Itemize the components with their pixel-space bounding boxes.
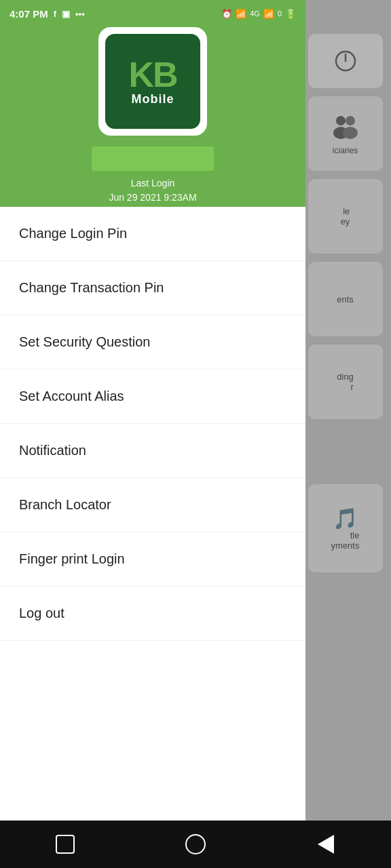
status-time: 4:07 PM f ▣ ••• [10, 8, 85, 20]
menu-item-set-security-question[interactable]: Set Security Question [0, 315, 305, 370]
logo-kb-text: KB [128, 57, 176, 92]
nav-home-button[interactable] [179, 828, 212, 861]
logo-inner: KB Mobile [105, 34, 200, 129]
beneficiaries-label: iciaries [333, 146, 358, 155]
status-bar: 4:07 PM f ▣ ••• ⏰ 📶 4G 📶 0 🔋 [0, 0, 305, 27]
menu-list: Change Login Pin Change Transaction Pin … [0, 207, 305, 868]
logo-k: K [128, 55, 153, 94]
logo-container: KB Mobile [98, 27, 207, 136]
menu-item-change-login-pin[interactable]: Change Login Pin [0, 207, 305, 261]
user-name-bar [92, 146, 214, 171]
power-button-area[interactable] [308, 34, 383, 88]
navigation-drawer: KB Mobile Last Login Jun 29 2021 9:23AM … [0, 0, 305, 868]
nav-recent-apps-button[interactable] [49, 828, 81, 861]
svg-point-5 [343, 127, 358, 139]
nav-back-button[interactable] [310, 828, 342, 861]
svg-point-2 [336, 116, 346, 125]
menu-item-log-out[interactable]: Log out [0, 587, 305, 641]
menu-item-branch-locator[interactable]: Branch Locator [0, 478, 305, 532]
right-panel: iciaries leey ents dingr 🎵 tleyments [299, 27, 391, 868]
logo-b: B [153, 55, 177, 94]
circle-icon [185, 834, 206, 854]
menu-item-change-transaction-pin[interactable]: Change Transaction Pin [0, 261, 305, 315]
beneficiaries-item[interactable]: iciaries [308, 96, 383, 171]
svg-point-4 [346, 116, 355, 125]
logo-mobile-text: Mobile [132, 92, 174, 106]
menu-item-notification[interactable]: Notification [0, 424, 305, 478]
partial-item-5[interactable]: 🎵 tleyments [308, 484, 383, 572]
partial-item-4[interactable]: dingr [308, 344, 383, 419]
square-icon [56, 835, 75, 854]
partial-item-2[interactable]: leey [308, 179, 383, 254]
status-icons: ⏰ 📶 4G 📶 0 🔋 [221, 9, 296, 19]
back-icon [318, 835, 334, 854]
drawer-header: KB Mobile Last Login Jun 29 2021 9:23AM [0, 0, 305, 207]
menu-item-set-account-alias[interactable]: Set Account Alias [0, 370, 305, 424]
last-login: Last Login Jun 29 2021 9:23AM [109, 176, 196, 205]
menu-item-fingerprint-login[interactable]: Finger print Login [0, 532, 305, 587]
partial-item-3[interactable]: ents [308, 262, 383, 336]
bottom-navigation [0, 821, 391, 868]
